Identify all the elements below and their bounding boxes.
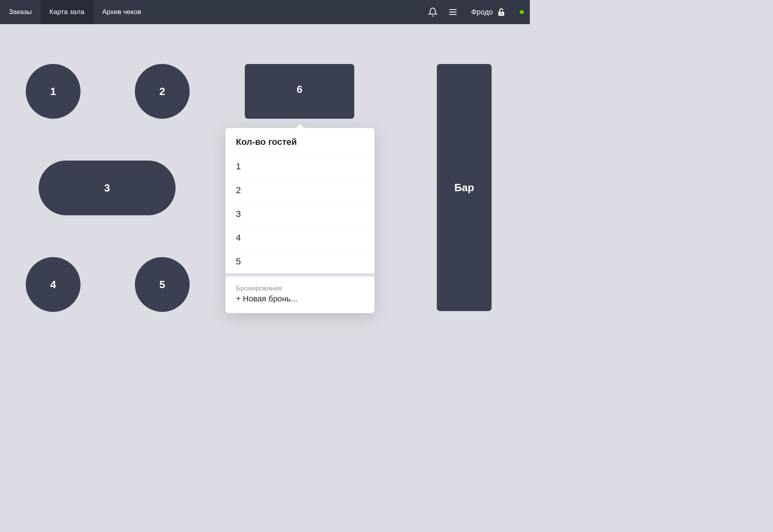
status-indicator xyxy=(520,10,524,14)
menu-button[interactable] xyxy=(443,0,463,24)
table-2[interactable]: 2 xyxy=(135,64,190,119)
table-4[interactable]: 4 xyxy=(26,257,81,312)
header-right: Фродо xyxy=(423,0,530,24)
popover-title: Кол-во гостей xyxy=(225,128,374,155)
user-section[interactable]: Фродо xyxy=(463,8,514,16)
guest-count-popover: Кол-во гостей 1 2 3 4 5 Бронирования + Н… xyxy=(225,128,374,313)
guest-option-3[interactable]: 3 xyxy=(225,202,374,226)
unlock-icon xyxy=(497,8,506,16)
nav-tab-receipts-archive[interactable]: Архив чеков xyxy=(93,0,150,24)
floor-canvas: 1 2 3 4 5 6 7 8 Бар Кол-во гостей 1 2 3 … xyxy=(0,24,530,365)
nav-tab-orders[interactable]: Заказы xyxy=(0,0,41,24)
bar-table[interactable]: Бар xyxy=(437,64,492,311)
guest-option-1[interactable]: 1 xyxy=(225,155,374,179)
user-name: Фродо xyxy=(471,8,493,16)
guest-count-list: 1 2 3 4 5 xyxy=(225,155,374,273)
bookings-section: Бронирования + Новая бронь... xyxy=(225,276,374,313)
bookings-label: Бронирования xyxy=(236,285,364,293)
new-booking-button[interactable]: + Новая бронь... xyxy=(236,294,364,303)
table-1[interactable]: 1 xyxy=(26,64,81,119)
guest-option-5[interactable]: 5 xyxy=(225,250,374,273)
app-header: Заказы Карта зала Архив чеков Фродо xyxy=(0,0,530,24)
table-6[interactable]: 6 xyxy=(245,64,354,119)
hamburger-icon xyxy=(448,7,458,17)
nav-tab-floor-map[interactable]: Карта зала xyxy=(41,0,93,24)
table-6-label: 6 xyxy=(245,83,354,96)
bell-icon xyxy=(428,7,438,17)
guest-option-4[interactable]: 4 xyxy=(225,226,374,250)
table-3[interactable]: 3 xyxy=(39,161,176,215)
popover-separator xyxy=(225,273,374,276)
guest-option-2[interactable]: 2 xyxy=(225,179,374,202)
notifications-button[interactable] xyxy=(423,0,443,24)
nav-tabs: Заказы Карта зала Архив чеков xyxy=(0,0,150,24)
table-5[interactable]: 5 xyxy=(135,257,190,312)
